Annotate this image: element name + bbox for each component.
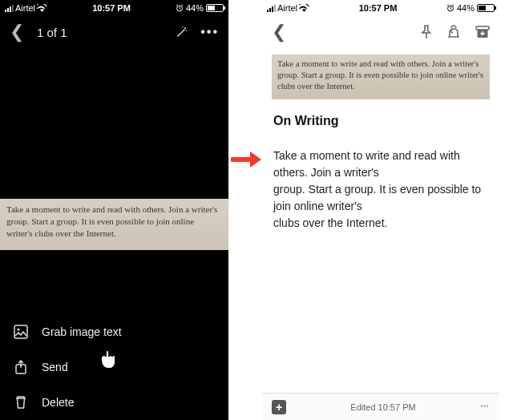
thumb-ocr-text: Take a moment to write and read with oth…	[277, 59, 483, 91]
carrier-label: Airtel	[15, 3, 35, 13]
right-phone: Airtel 10:57 PM 44% ❮ Take a moment to w…	[262, 0, 499, 420]
wifi-icon	[37, 4, 47, 12]
back-button[interactable]: ❮	[10, 22, 24, 42]
reminder-icon[interactable]	[446, 25, 461, 39]
trash-icon	[11, 395, 30, 410]
svg-point-1	[184, 27, 186, 29]
status-bar: Airtel 10:57 PM 44%	[0, 0, 228, 16]
edited-label: Edited 10:57 PM	[286, 402, 480, 412]
svg-point-5	[18, 329, 20, 331]
footer-more-icon[interactable]: ⋯	[480, 402, 490, 412]
battery-pct: 44%	[457, 3, 475, 13]
wand-icon[interactable]	[175, 26, 188, 38]
battery-icon	[206, 4, 224, 12]
action-label: Send	[42, 361, 68, 374]
svg-rect-4	[14, 325, 27, 338]
status-time: 10:57 PM	[47, 3, 176, 13]
add-button[interactable]: +	[272, 400, 286, 414]
signal-icon	[267, 5, 276, 12]
wifi-icon	[299, 4, 309, 12]
cursor-icon	[96, 345, 120, 372]
note-body[interactable]: Take a moment to write and read with oth…	[273, 147, 488, 232]
note-title[interactable]: On Writing	[273, 114, 488, 128]
note-header: ❮	[262, 16, 499, 48]
signal-icon	[5, 5, 14, 12]
archive-icon[interactable]	[475, 26, 490, 38]
arrow-icon	[231, 149, 263, 170]
action-sheet: Grab image text Send Delete	[0, 314, 228, 420]
battery-pct: 44%	[186, 3, 204, 13]
svg-point-2	[182, 26, 183, 27]
svg-rect-8	[476, 26, 489, 30]
more-icon[interactable]: •••	[200, 25, 219, 39]
back-button[interactable]: ❮	[272, 22, 286, 42]
pin-icon[interactable]	[421, 25, 432, 39]
note-footer: + Edited 10:57 PM ⋯	[262, 393, 499, 420]
svg-point-3	[186, 30, 187, 30]
image-ocr-text: Take a moment to write and read with oth…	[6, 204, 217, 238]
viewer-header: ❮ 1 of 1 •••	[0, 16, 228, 48]
alarm-icon	[176, 4, 184, 12]
share-icon	[11, 360, 30, 374]
status-time: 10:57 PM	[309, 3, 446, 13]
image-icon	[11, 325, 30, 339]
left-phone: Airtel 10:57 PM 44% ❮ 1 of 1 ••• Take a …	[0, 0, 228, 420]
carrier-label: Airtel	[277, 3, 297, 13]
page-counter: 1 of 1	[37, 26, 67, 39]
action-label: Delete	[42, 396, 74, 409]
action-label: Grab image text	[42, 325, 122, 338]
extracted-image-thumb[interactable]: Take a moment to write and read with oth…	[272, 55, 490, 99]
battery-icon	[477, 4, 495, 12]
action-delete[interactable]: Delete	[0, 385, 228, 420]
viewer-image[interactable]: Take a moment to write and read with oth…	[0, 199, 228, 250]
status-bar: Airtel 10:57 PM 44%	[262, 0, 499, 16]
alarm-icon	[446, 4, 454, 12]
